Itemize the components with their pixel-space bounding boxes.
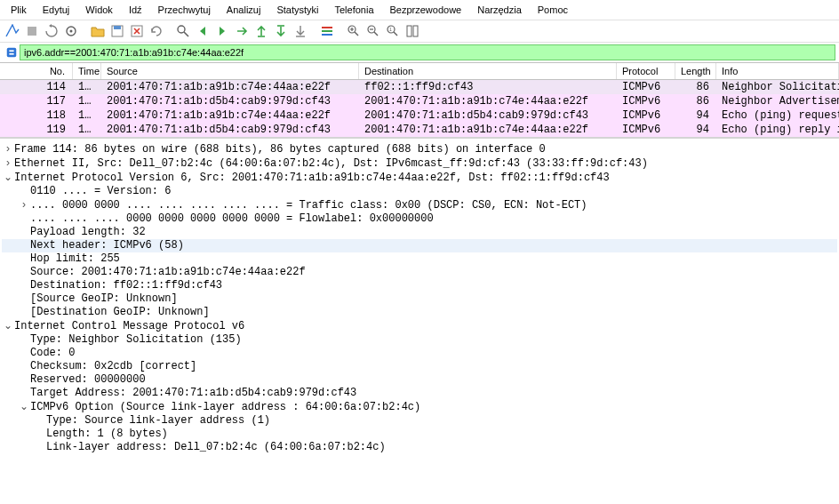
tree-ipv6-payloadlen[interactable]: Payload length: 32 (2, 226, 837, 239)
menu-edytuj[interactable]: Edytuj (36, 3, 77, 17)
collapse-icon[interactable]: ⌄ (2, 171, 14, 184)
svg-rect-9 (322, 34, 332, 36)
tree-ipv6-dstgeo[interactable]: [Destination GeoIP: Unknown] (2, 306, 837, 319)
go-last-icon[interactable] (272, 22, 290, 40)
menu-bar: Plik Edytuj Widok Idź Przechwytuj Analiz… (0, 0, 839, 20)
cell-length: 94 (675, 108, 716, 123)
cell-destination: 2001:470:71:a1b:a91b:c74e:44aa:e22f (359, 94, 617, 108)
menu-analizuj[interactable]: Analizuj (220, 3, 268, 17)
reload-file-icon[interactable] (148, 22, 165, 40)
go-to-packet-icon[interactable] (233, 22, 251, 40)
tree-icmp-reserved[interactable]: Reserved: 00000000 (2, 373, 837, 387)
tree-frame[interactable]: ›Frame 114: 86 bytes on wire (688 bits),… (2, 142, 837, 156)
save-file-icon[interactable] (108, 22, 126, 40)
resize-columns-icon[interactable] (404, 22, 421, 40)
cell-no: 117 (0, 94, 73, 108)
zoom-reset-icon[interactable]: 1 (384, 22, 402, 40)
cell-no: 114 (0, 80, 73, 94)
menu-idz[interactable]: Idź (122, 3, 149, 17)
expand-icon[interactable]: › (18, 198, 30, 212)
cell-source: 2001:470:71:a1b:d5b4:cab9:979d:cf43 (101, 123, 359, 137)
find-packet-icon[interactable] (174, 22, 192, 40)
menu-przechwytuj[interactable]: Przechwytuj (151, 3, 218, 17)
svg-text:1: 1 (389, 27, 392, 32)
go-forward-icon[interactable] (213, 22, 231, 40)
tree-icmp-type[interactable]: Type: Neighbor Solicitation (135) (2, 333, 837, 347)
expand-icon[interactable]: › (2, 156, 14, 170)
packet-details-tree: ›Frame 114: 86 bytes on wire (688 bits),… (0, 137, 839, 461)
menu-widok[interactable]: Widok (78, 3, 120, 17)
cell-length: 86 (675, 80, 716, 94)
packet-row[interactable]: 1181…2001:470:71:a1b:a91b:c74e:44aa:e22f… (0, 108, 839, 123)
start-capture-icon[interactable] (4, 22, 21, 40)
go-back-icon[interactable] (194, 22, 212, 40)
bookmark-filter-icon[interactable] (4, 44, 20, 60)
svg-rect-18 (9, 53, 13, 55)
tree-icmpv6[interactable]: ⌄Internet Control Message Protocol v6 (2, 319, 837, 333)
tree-icmp-opt-lla[interactable]: Link-layer address: Dell_07:b2:4c (64:00… (2, 441, 837, 454)
col-protocol[interactable]: Protocol (617, 63, 675, 79)
packet-row[interactable]: 1141…2001:470:71:a1b:a91b:c74e:44aa:e22f… (0, 80, 839, 94)
cell-protocol: ICMPv6 (617, 94, 675, 108)
col-length[interactable]: Length (675, 63, 716, 79)
menu-narzedzia[interactable]: Narzędzia (470, 3, 529, 17)
col-source[interactable]: Source (101, 63, 359, 79)
close-file-icon[interactable] (128, 22, 146, 40)
tree-ipv6-srcgeo[interactable]: [Source GeoIP: Unknown] (2, 292, 837, 306)
menu-bezprzewodowe[interactable]: Bezprzewodowe (383, 3, 469, 17)
go-first-icon[interactable] (252, 22, 270, 40)
packet-row[interactable]: 1171…2001:470:71:a1b:d5b4:cab9:979d:cf43… (0, 94, 839, 108)
collapse-icon[interactable]: ⌄ (18, 400, 30, 413)
tree-icmp-target[interactable]: Target Address: 2001:470:71:a1b:d5b4:cab… (2, 387, 837, 400)
col-destination[interactable]: Destination (359, 63, 617, 79)
restart-capture-icon[interactable] (43, 22, 60, 40)
tree-ipv6-hoplimit[interactable]: Hop limit: 255 (2, 252, 837, 266)
tree-ipv6-tclass[interactable]: ›.... 0000 0000 .... .... .... .... ....… (2, 198, 837, 212)
expand-icon[interactable]: › (2, 142, 14, 156)
tree-ipv6[interactable]: ⌄Internet Protocol Version 6, Src: 2001:… (2, 171, 837, 185)
tree-icmp-checksum[interactable]: Checksum: 0x2cdb [correct] (2, 360, 837, 373)
tree-ipv6-source[interactable]: Source: 2001:470:71:a1b:a91b:c74e:44aa:e… (2, 266, 837, 279)
cell-destination: 2001:470:71:a1b:a91b:c74e:44aa:e22f (359, 123, 617, 137)
cell-info: Neighbor Advertisement (716, 94, 839, 108)
display-filter-input[interactable] (20, 44, 835, 60)
tree-ipv6-flowlabel[interactable]: .... .... .... 0000 0000 0000 0000 0000 … (2, 212, 837, 226)
main-toolbar: 1 (0, 20, 839, 42)
svg-rect-17 (9, 50, 13, 52)
cell-info: Echo (ping) request id= (716, 108, 839, 123)
col-info[interactable]: Info (716, 63, 839, 79)
tree-icmp-option[interactable]: ⌄ICMPv6 Option (Source link-layer addres… (2, 400, 837, 414)
cell-protocol: ICMPv6 (617, 108, 675, 123)
tree-ethernet[interactable]: ›Ethernet II, Src: Dell_07:b2:4c (64:00:… (2, 156, 837, 171)
tree-ipv6-destination[interactable]: Destination: ff02::1:ff9d:cf43 (2, 279, 837, 292)
zoom-out-icon[interactable] (364, 22, 382, 40)
auto-scroll-icon[interactable] (292, 22, 309, 40)
menu-pomoc[interactable]: Pomoc (531, 3, 575, 17)
tree-icmp-code[interactable]: Code: 0 (2, 347, 837, 360)
tree-icmp-opt-type[interactable]: Type: Source link-layer address (1) (2, 414, 837, 428)
cell-protocol: ICMPv6 (617, 80, 675, 94)
colorize-icon[interactable] (318, 22, 336, 40)
zoom-in-icon[interactable] (345, 22, 363, 40)
menu-statystyki[interactable]: Statystyki (269, 3, 325, 17)
menu-plik[interactable]: Plik (4, 3, 34, 17)
packet-list-header: No. Time Source Destination Protocol Len… (0, 63, 839, 80)
cell-source: 2001:470:71:a1b:a91b:c74e:44aa:e22f (101, 108, 359, 123)
packet-list: No. Time Source Destination Protocol Len… (0, 62, 839, 137)
capture-options-icon[interactable] (62, 22, 80, 40)
menu-telefonia[interactable]: Telefonia (327, 3, 380, 17)
svg-point-6 (178, 26, 185, 33)
col-no[interactable]: No. (0, 63, 73, 79)
stop-capture-icon[interactable] (23, 22, 41, 40)
cell-time: 1… (73, 108, 101, 123)
col-time[interactable]: Time (73, 63, 101, 79)
tree-icmp-opt-len[interactable]: Length: 1 (8 bytes) (2, 428, 837, 441)
tree-ipv6-nextheader[interactable]: Next header: ICMPv6 (58) (2, 239, 837, 252)
packet-row[interactable]: 1191…2001:470:71:a1b:d5b4:cab9:979d:cf43… (0, 123, 839, 137)
cell-time: 1… (73, 94, 101, 108)
open-file-icon[interactable] (89, 22, 107, 40)
cell-length: 86 (675, 94, 716, 108)
tree-ipv6-version[interactable]: 0110 .... = Version: 6 (2, 185, 837, 198)
svg-rect-4 (114, 26, 121, 29)
collapse-icon[interactable]: ⌄ (2, 319, 14, 332)
